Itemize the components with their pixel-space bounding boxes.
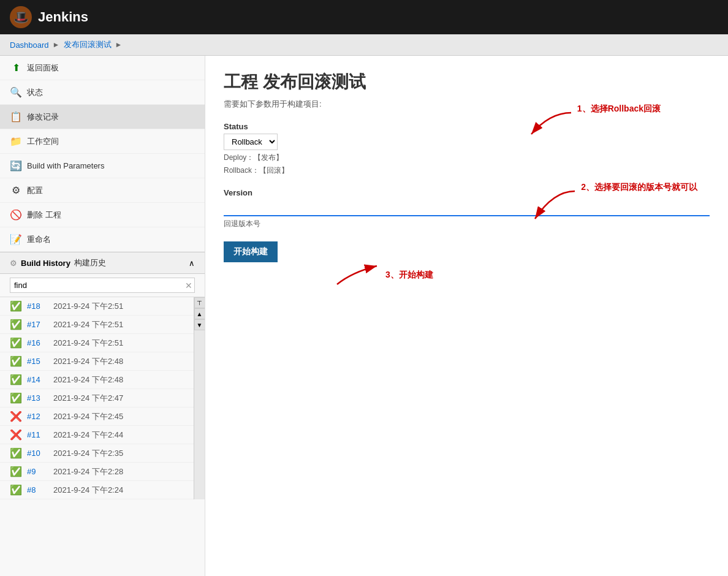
changelog-icon: 📋 <box>10 111 22 123</box>
header: 🎩 Jenkins <box>0 0 728 34</box>
build-list-item: ✅#172021-9-24 下午2:51 <box>0 316 205 334</box>
build-time: 2021-9-24 下午2:44 <box>53 430 123 441</box>
annotation-1-text: 1、选择Rollback回滚 <box>577 104 661 115</box>
sidebar-item-back-panel[interactable]: ⬆ 返回面板 <box>0 56 205 80</box>
arrow-2-svg <box>529 188 578 225</box>
build-time: 2021-9-24 下午2:35 <box>53 448 123 459</box>
build-id-link[interactable]: #8 <box>27 485 48 495</box>
annotation-3-text: 3、开始构建 <box>385 270 433 279</box>
sidebar-label-rename: 重命名 <box>27 234 51 245</box>
build-id-link[interactable]: #10 <box>27 449 48 458</box>
build-id-link[interactable]: #12 <box>27 412 48 421</box>
build-status-icon: ✅ <box>10 392 22 404</box>
sidebar-label-build-params: Build with Parameters <box>27 161 104 170</box>
sidebar-item-rename[interactable]: 📝 重命名 <box>0 227 205 252</box>
arrow-3-svg <box>334 260 383 290</box>
build-list-item: ❌#122021-9-24 下午2:45 <box>0 407 205 426</box>
version-sublabel: 回退版本号 <box>224 219 710 229</box>
breadcrumb: Dashboard ► 发布回滚测试 ► <box>0 34 728 56</box>
scroll-down-btn[interactable]: ▼ <box>194 319 205 330</box>
scroll-up-btn[interactable]: ▲ <box>194 308 205 319</box>
build-id-link[interactable]: #17 <box>27 320 48 329</box>
sidebar-label-back: 返回面板 <box>27 63 59 74</box>
build-time: 2021-9-24 下午2:45 <box>53 411 123 422</box>
annotation-2: 2、选择要回滚的版本号就可以 <box>581 182 697 193</box>
annotation-2-text: 2、选择要回滚的版本号就可以 <box>581 182 697 192</box>
build-status-icon: ✅ <box>10 466 22 477</box>
rename-icon: 📝 <box>10 233 22 245</box>
version-form-group: Version 回退版本号 <box>224 188 710 229</box>
sidebar-item-changelog[interactable]: 📋 修改记录 <box>0 105 205 129</box>
build-time: 2021-9-24 下午2:47 <box>53 393 123 404</box>
build-list: ✅#182021-9-24 下午2:51✅#172021-9-24 下午2:51… <box>0 297 205 499</box>
build-time: 2021-9-24 下午2:48 <box>53 356 123 367</box>
sidebar-item-status[interactable]: 🔍 状态 <box>0 80 205 105</box>
build-list-item: ✅#102021-9-24 下午2:35 <box>0 444 205 463</box>
build-items-wrapper: ✅#182021-9-24 下午2:51✅#172021-9-24 下午2:51… <box>0 297 205 499</box>
status-icon: 🔍 <box>10 86 22 98</box>
sidebar-item-build-with-params[interactable]: 🔄 Build with Parameters <box>0 154 205 178</box>
build-history-cn-title: 构建历史 <box>74 257 106 268</box>
build-id-link[interactable]: #18 <box>27 301 48 311</box>
build-id-link[interactable]: #15 <box>27 357 48 366</box>
annotation-3: 3、开始构建 <box>334 260 433 290</box>
sidebar-label-workspace: 工作空间 <box>27 136 59 147</box>
build-id-link[interactable]: #9 <box>27 467 48 476</box>
sidebar-item-config[interactable]: ⚙ 配置 <box>0 178 205 203</box>
version-section: 2、选择要回滚的版本号就可以 Version 回退版本号 <box>224 188 710 229</box>
sidebar-item-delete[interactable]: 🚫 删除 工程 <box>0 203 205 227</box>
version-input[interactable] <box>224 200 710 216</box>
build-list-item: ✅#182021-9-24 下午2:51 <box>0 297 205 316</box>
build-id-link[interactable]: #16 <box>27 338 48 347</box>
breadcrumb-sep1: ► <box>53 40 60 49</box>
find-input[interactable] <box>10 278 195 293</box>
build-history-collapse-icon[interactable]: ∧ <box>189 259 195 268</box>
build-id-link[interactable]: #14 <box>27 375 48 384</box>
build-time: 2021-9-24 下午2:51 <box>53 301 123 312</box>
status-label: Status <box>224 122 710 131</box>
main-layout: ⬆ 返回面板 🔍 状态 📋 修改记录 📁 工作空间 🔄 Build with P… <box>0 56 728 576</box>
sidebar-item-workspace[interactable]: 📁 工作空间 <box>0 129 205 154</box>
build-list-item: ✅#92021-9-24 下午2:28 <box>0 463 205 481</box>
build-status-icon: ✅ <box>10 319 22 330</box>
build-status-icon: ✅ <box>10 447 22 459</box>
build-status-icon: ✅ <box>10 337 22 349</box>
build-status-icon: ✅ <box>10 300 22 312</box>
build-status-icon: ❌ <box>10 429 22 441</box>
build-button[interactable]: 开始构建 <box>224 241 278 262</box>
delete-icon: 🚫 <box>10 209 22 221</box>
build-status-icon: ✅ <box>10 374 22 385</box>
build-history-gear-icon: ⚙ <box>10 259 17 268</box>
find-input-wrap: ✕ <box>0 274 205 297</box>
build-id-link[interactable]: #11 <box>27 430 48 439</box>
build-history-title: Build History <box>21 259 70 268</box>
jenkins-logo: 🎩 <box>10 6 32 28</box>
build-list-item: ✅#82021-9-24 下午2:24 <box>0 481 205 499</box>
build-params-icon: 🔄 <box>10 160 22 172</box>
arrow-1-svg <box>525 110 574 140</box>
annotation-1: 1、选择Rollback回滚 <box>577 104 661 115</box>
breadcrumb-dashboard[interactable]: Dashboard <box>10 40 49 50</box>
build-time: 2021-9-24 下午2:48 <box>53 374 123 385</box>
find-clear-btn[interactable]: ✕ <box>185 281 192 290</box>
build-history-left: ⚙ Build History 构建历史 <box>10 257 106 268</box>
build-status-icon: ✅ <box>10 355 22 367</box>
build-id-link[interactable]: #13 <box>27 393 48 403</box>
sidebar: ⬆ 返回面板 🔍 状态 📋 修改记录 📁 工作空间 🔄 Build with P… <box>0 56 205 576</box>
logo-icon: 🎩 <box>13 10 29 25</box>
main-content: 工程 发布回滚测试 需要如下参数用于构建项目: Status 1、选择Rollb… <box>205 56 728 576</box>
breadcrumb-project[interactable]: 发布回滚测试 <box>64 39 112 50</box>
build-list-item: ✅#162021-9-24 下午2:51 <box>0 334 205 352</box>
rollback-note: Rollback：【回滚】 <box>224 165 710 176</box>
sidebar-label-changelog: 修改记录 <box>27 112 59 123</box>
sidebar-label-status: 状态 <box>27 87 43 98</box>
build-status-icon: ❌ <box>10 411 22 422</box>
status-select[interactable]: Rollback Deploy <box>224 134 278 150</box>
back-panel-icon: ⬆ <box>10 62 22 74</box>
build-status-icon: ✅ <box>10 484 22 496</box>
config-icon: ⚙ <box>10 184 22 196</box>
build-list-item: ❌#112021-9-24 下午2:44 <box>0 426 205 444</box>
status-select-wrap: Rollback Deploy <box>224 134 710 150</box>
scroll-top-btn[interactable]: ⊤ <box>194 297 205 308</box>
build-history-section: ⚙ Build History 构建历史 ∧ ✕ ✅#182021-9-24 下… <box>0 252 205 499</box>
